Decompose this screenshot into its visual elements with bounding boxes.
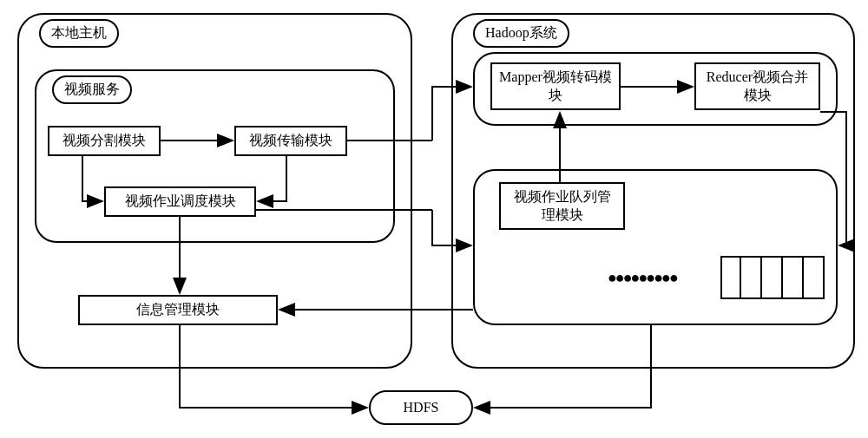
- queue-cell: [741, 256, 762, 299]
- info-manage-text: 信息管理模块: [136, 301, 220, 319]
- hdfs-node: HDFS: [369, 390, 473, 425]
- video-transfer-text: 视频传输模块: [249, 132, 332, 150]
- video-schedule-module: 视频作业调度模块: [104, 186, 256, 217]
- video-service-text: 视频服务: [64, 81, 120, 99]
- hdfs-text: HDFS: [404, 400, 439, 415]
- queue-cell: [804, 256, 825, 299]
- hadoop-label: Hadoop系统: [473, 19, 569, 48]
- mapper-module: Mapper视频转码模块: [490, 62, 621, 110]
- video-split-text: 视频分割模块: [62, 132, 146, 150]
- queue-cell: [762, 256, 783, 299]
- queue-cell: [720, 256, 741, 299]
- local-host-label: 本地主机: [39, 19, 119, 48]
- video-service-label: 视频服务: [52, 75, 132, 104]
- queue-manage-text: 视频作业队列管理模块: [508, 188, 616, 225]
- queue-cells: [720, 256, 825, 299]
- hadoop-text: Hadoop系统: [485, 24, 557, 42]
- mapper-text: Mapper视频转码模块: [499, 69, 612, 105]
- video-split-module: 视频分割模块: [48, 126, 161, 156]
- video-schedule-text: 视频作业调度模块: [125, 193, 236, 211]
- dots-decoration: ●●●●●●●●●: [608, 269, 677, 287]
- reducer-module: Reducer视频合并模块: [694, 62, 820, 110]
- local-host-text: 本地主机: [51, 24, 107, 42]
- video-transfer-module: 视频传输模块: [234, 126, 347, 156]
- queue-manage-module: 视频作业队列管理模块: [499, 182, 625, 230]
- queue-cell: [783, 256, 804, 299]
- info-manage-module: 信息管理模块: [78, 295, 278, 325]
- reducer-text: Reducer视频合并模块: [703, 69, 812, 105]
